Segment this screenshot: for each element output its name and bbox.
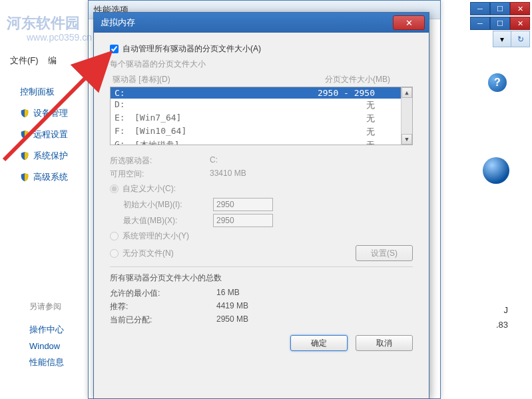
selected-drive-label: 所选驱动器: (110, 155, 210, 167)
refresh-button[interactable]: ↻ (511, 31, 530, 47)
vm-titlebar[interactable]: 虚拟内存 ✕ (94, 13, 429, 33)
scroll-up-button[interactable]: ▲ (401, 87, 412, 98)
shield-icon (20, 130, 29, 139)
minimize-button[interactable]: ─ (470, 2, 490, 15)
sidebar-item-label: 远程设置 (33, 129, 68, 141)
current-value: 2950 MB (216, 314, 248, 326)
drive-row[interactable]: E: [Win7_64] 无 (111, 112, 412, 125)
selected-drive-value: C: (210, 155, 218, 167)
see-also-header: 另请参阅 (29, 301, 61, 312)
link-action-center[interactable]: 操作中心 (29, 324, 64, 336)
no-paging-radio (110, 249, 119, 258)
totals-header: 所有驱动器分页文件大小的总数 (110, 272, 413, 284)
menu-file[interactable]: 文件(F) (10, 55, 39, 65)
free-space-value: 33410 MB (210, 169, 246, 180)
sidebar: 控制面板 设备管理 远程设置 系统保护 高级系统 (20, 77, 87, 193)
drive-list[interactable]: C: 2950 - 2950 D: 无 E: [Win7_64] 无 F: [W… (110, 87, 413, 145)
see-also-links: 操作中心 Window 性能信息 (29, 318, 64, 374)
dropdown-button[interactable]: ▾ (493, 31, 511, 47)
initial-size-input (213, 198, 273, 211)
cancel-button[interactable]: 取消 (356, 335, 413, 351)
drive-row[interactable]: D: 无 (111, 99, 412, 112)
refresh-icon: ↻ (517, 35, 524, 44)
window-controls-stack: ─ ☐ ✕ ─ ☐ ✕ (470, 2, 530, 31)
sidebar-item-label: 系统保护 (33, 150, 68, 162)
shield-icon (20, 151, 29, 161)
scrollbar[interactable]: ▲ ▼ (401, 87, 412, 145)
shield-icon (20, 109, 29, 118)
menu-edit[interactable]: 编 (48, 55, 57, 65)
min-allowed-value: 16 MB (216, 288, 240, 299)
link-perf-info[interactable]: 性能信息 (29, 356, 64, 368)
virtual-memory-dialog: 虚拟内存 ✕ 自动管理所有驱动器的分页文件大小(A) 每个驱动器的分页文件大小 … (93, 12, 429, 399)
sidebar-item-label: 控制面板 (20, 86, 55, 98)
sidebar-item-label: 高级系统 (33, 171, 68, 183)
drive-row[interactable]: C: 2950 - 2950 (111, 87, 412, 99)
each-drive-label: 每个驱动器的分页文件大小 (110, 59, 413, 70)
sidebar-item-advanced[interactable]: 高级系统 (20, 171, 87, 183)
recommended-label: 推荐: (110, 301, 216, 312)
sidebar-item-remote[interactable]: 远程设置 (20, 129, 87, 141)
help-icon[interactable]: ? (488, 73, 507, 92)
ok-button[interactable]: 确定 (290, 335, 348, 351)
vm-title-text: 虚拟内存 (101, 17, 135, 29)
current-label: 当前已分配: (110, 314, 216, 326)
sidebar-item-label: 设备管理 (33, 107, 68, 119)
shield-icon (20, 173, 29, 182)
max-size-label: 最大值(MB)(X): (123, 215, 213, 226)
menubar: 文件(F) 编 (10, 55, 57, 67)
system-managed-radio (110, 232, 119, 240)
right-panel-text: J .83 (496, 303, 508, 332)
scroll-down-button[interactable]: ▼ (401, 134, 412, 145)
minimize-button[interactable]: ─ (470, 17, 490, 30)
auto-manage-checkbox[interactable] (110, 45, 119, 53)
watermark-url: www.pc0359.cn (27, 32, 92, 43)
custom-size-label: 自定义大小(C): (123, 183, 176, 195)
maximize-button[interactable]: ☐ (490, 2, 510, 15)
drive-header-drive: 驱动器 [卷标](D) (113, 74, 170, 85)
sidebar-item-protection[interactable]: 系统保护 (20, 150, 87, 162)
close-button[interactable]: ✕ (510, 2, 530, 15)
drive-row[interactable]: G: [本地磁盘] 无 (111, 139, 412, 145)
toolbar-right: ▾ ↻ (493, 31, 530, 47)
min-allowed-label: 允许的最小值: (110, 288, 216, 299)
free-space-label: 可用空间: (110, 169, 210, 180)
link-windows[interactable]: Window (29, 341, 64, 351)
drive-row[interactable]: F: [Win10_64] 无 (111, 125, 412, 139)
globe-icon (483, 157, 509, 184)
initial-size-label: 初始大小(MB)(I): (123, 199, 213, 210)
recommended-value: 4419 MB (216, 301, 248, 312)
custom-size-radio (110, 185, 119, 193)
close-button[interactable]: ✕ (510, 17, 530, 30)
chevron-down-icon: ▾ (500, 35, 504, 44)
set-button: 设置(S) (356, 245, 413, 261)
drive-header-pf: 分页文件大小(MB) (325, 74, 390, 85)
close-button[interactable]: ✕ (393, 15, 425, 30)
no-paging-label: 无分页文件(N) (123, 248, 174, 259)
system-managed-label: 系统管理的大小(Y) (123, 230, 189, 242)
auto-manage-label: 自动管理所有驱动器的分页文件大小(A) (123, 43, 261, 55)
max-size-input (213, 214, 273, 227)
sidebar-item-device-manager[interactable]: 设备管理 (20, 107, 87, 119)
sidebar-item-control-panel[interactable]: 控制面板 (20, 86, 87, 98)
maximize-button[interactable]: ☐ (490, 17, 510, 30)
